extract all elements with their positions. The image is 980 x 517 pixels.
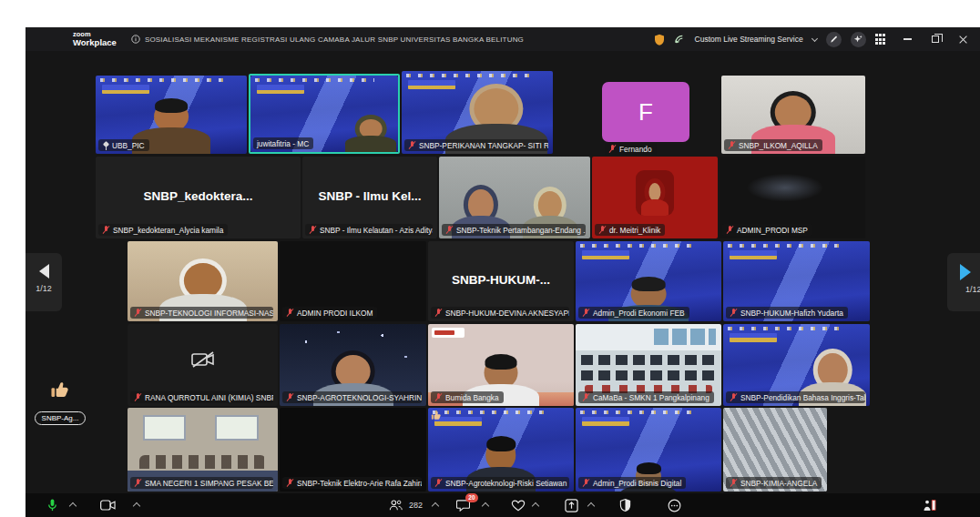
apps-grid-icon[interactable] [875, 34, 885, 44]
participant-tile[interactable]: SNBP-HUKUM-Hafizh Yudarta [723, 241, 870, 321]
computer-row [581, 370, 715, 380]
participant-name-label: SNBP_ILKOM_AQILLA [724, 139, 822, 151]
participant-tile[interactable]: F Fernando [602, 82, 689, 155]
ai-companion-button[interactable] [851, 32, 866, 47]
participant-tile[interactable]: SNBP-HUKUM-... SNBP-HUKUM-DEVINA AKNESYA… [428, 241, 574, 321]
participant-name-label: SNBP-Pendidikan Bahasa Inggris-Talit... [726, 391, 865, 403]
share-screen-button[interactable] [565, 498, 578, 512]
mic-muted-icon [582, 479, 590, 488]
chat-button[interactable]: 20 [456, 498, 470, 512]
reactions-button[interactable] [511, 498, 526, 512]
participant-name-label: CaMaBa - SMKN 1 Pangkalpinang [578, 391, 714, 403]
next-page-button[interactable]: 1/12 [947, 253, 980, 311]
mute-button[interactable] [46, 498, 59, 512]
mic-muted-icon [730, 309, 738, 318]
more-button[interactable] [668, 498, 681, 512]
next-page-arrow-icon [960, 264, 971, 280]
participant-name-label: RANA QURROTUL AINI (KIMIA) SNBP [130, 391, 273, 403]
floating-reaction: SNBP-Ag... [27, 379, 93, 425]
participant-tile[interactable]: Admin_Prodi Bisnis Digital [576, 408, 721, 492]
participant-tile-active-speaker[interactable]: juwitafitria - MC [249, 74, 400, 154]
info-icon[interactable] [131, 35, 140, 44]
participants-count: 282 [409, 501, 423, 510]
annotate-button[interactable] [826, 32, 842, 47]
avatar-photo [636, 170, 674, 216]
participant-tile[interactable]: SMA NEGERI 1 SIMPANG PESAK BELI... [128, 408, 278, 492]
mic-muted-icon [134, 309, 142, 318]
participant-tile[interactable]: SNBP_ILKOM_AQILLA [721, 76, 865, 154]
participant-tile[interactable]: CaMaBa - SMKN 1 Pangkalpinang [576, 324, 721, 406]
display-name-text: SNBP_kedoktera... [96, 189, 301, 203]
close-button[interactable] [959, 35, 967, 44]
microphone-icon [46, 498, 59, 512]
participant-name-label: SNBP-AGROTEKNOLOGI-SYAHRIN F... [282, 391, 422, 403]
streaming-service-label[interactable]: Custom Live Streaming Service [695, 35, 803, 44]
leave-button[interactable] [923, 498, 937, 512]
mic-muted-icon [728, 141, 736, 150]
participant-tile[interactable]: dr. Meitri_Klinik [592, 157, 718, 238]
video-button[interactable] [100, 498, 116, 512]
live-streaming-icon [674, 34, 686, 45]
participant-tile[interactable]: RANA QURROTUL AINI (KIMIA) SNBP [128, 324, 278, 406]
video-options-chevron[interactable] [133, 502, 140, 510]
streaming-chevron-icon[interactable] [812, 35, 818, 41]
participant-tile[interactable]: UBB_PIC [96, 76, 247, 154]
participant-name-label: SMA NEGERI 1 SIMPANG PESAK BELI... [130, 477, 273, 489]
participant-name-label: UBB_PIC [98, 139, 149, 151]
reaction-overlay-icon [430, 410, 443, 426]
previous-page-arrow-icon [39, 264, 49, 279]
ellipsis-icon [668, 499, 681, 512]
participant-name-label: SNBP-Agroteknologi-Riski Setiawan [431, 477, 569, 489]
logo-line2: Workplace [73, 38, 117, 47]
security-shield-icon[interactable] [654, 34, 665, 46]
mic-muted-icon [102, 226, 110, 235]
security-button[interactable] [619, 498, 631, 512]
participant-tile[interactable]: SNBP-Teknik Pertambangan-Endang ... [439, 157, 590, 238]
participant-tile[interactable]: SNBP-PERIKANAN TANGKAP- SITI R... [402, 71, 553, 154]
classroom-window [143, 415, 187, 441]
chat-chevron[interactable] [482, 502, 489, 510]
previous-page-button[interactable]: 1/12 [26, 253, 62, 311]
mic-options-chevron[interactable] [69, 502, 77, 510]
participant-tile[interactable]: SNBP-TEKNOLOGI INFORMASI-NAS... [128, 241, 278, 321]
share-screen-icon [565, 499, 578, 512]
mic-muted-icon [286, 309, 294, 318]
participant-name-label: ADMIN_PRODI MSP [722, 224, 812, 236]
participant-tile[interactable]: SNBP-KIMIA-ANGELA [723, 408, 827, 492]
participant-tile[interactable]: SNBP-Agroteknologi-Riski Setiawan [428, 408, 574, 492]
meeting-toolbar: 282 20 [26, 493, 980, 517]
sparkle-icon [853, 35, 863, 44]
participant-tile[interactable]: ADMIN_PRODI MSP [720, 157, 865, 238]
participant-name-label: SNBP-Teknik Elektro-Arie Rafa Zahirah [282, 477, 422, 489]
participant-name-label: SNBP-PERIKANAN TANGKAP- SITI R... [404, 139, 548, 151]
mic-muted-icon [445, 226, 454, 235]
computer-row [581, 355, 715, 365]
participant-tile[interactable]: ADMIN PRODI ILKOM [280, 241, 426, 321]
participant-tile[interactable]: SNBP_kedoktera... SNBP_kedokteran_Alycia… [96, 157, 301, 238]
participant-tile[interactable]: SNBP-AGROTEKNOLOGI-SYAHRIN F... [280, 324, 426, 406]
participant-tile[interactable]: Admin_Prodi Ekonomi FEB [576, 241, 721, 321]
shield-icon [619, 498, 631, 512]
participant-name-label: SNBP-HUKUM-Hafizh Yudarta [726, 307, 848, 319]
participant-name-label: SNBP-TEKNOLOGI INFORMASI-NAS... [130, 307, 273, 319]
participant-name-label: Admin_Prodi Bisnis Digital [578, 477, 686, 489]
reactions-chevron[interactable] [532, 502, 539, 510]
participant-tile[interactable]: SNBP-Pendidikan Bahasa Inggris-Talit... [723, 324, 870, 406]
participants-chevron[interactable] [432, 502, 439, 510]
title-bar: zoom Workplace SOSIALISASI MEKANISME REG… [26, 27, 980, 51]
restore-button[interactable] [932, 35, 939, 43]
minimize-button[interactable] [903, 38, 912, 39]
participant-tile[interactable]: SNBP-Teknik Elektro-Arie Rafa Zahirah [280, 408, 426, 492]
mic-muted-icon [134, 393, 142, 402]
person-silhouette [641, 183, 669, 216]
person-silhouette [345, 119, 396, 152]
participant-name-label: Admin_Prodi Ekonomi FEB [578, 307, 689, 319]
camera-off-icon [189, 350, 217, 373]
participant-name-label: Fernando [605, 143, 657, 155]
participant-tile[interactable]: SNBP - Ilmu Kel... SNBP - Ilmu Kelautan … [302, 157, 437, 238]
share-options-chevron[interactable] [587, 502, 595, 510]
participants-button[interactable] [389, 498, 403, 512]
avatar-initial-tile: F [602, 82, 689, 142]
participant-tile[interactable]: Bumida Bangka [428, 324, 574, 406]
display-name-text: SNBP-HUKUM-... [428, 273, 574, 287]
